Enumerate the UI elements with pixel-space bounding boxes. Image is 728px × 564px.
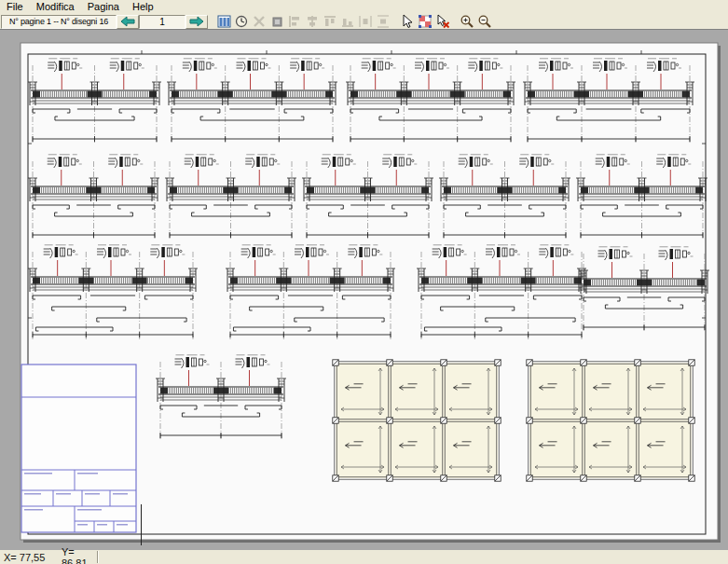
menu-modifica[interactable]: Modifica [30,0,81,14]
distribute-vertical-icon [376,14,391,29]
align-left-button[interactable] [285,14,303,29]
arrow-left-icon [119,16,136,27]
drawing-canvas[interactable] [0,29,728,550]
delete-button[interactable] [250,14,268,29]
move-icon [269,14,284,29]
previous-page-button[interactable] [117,15,139,29]
snap-grid-button[interactable] [416,14,433,29]
align-center-vertical-button[interactable] [303,14,321,29]
distribute-horizontal-button[interactable] [356,14,374,29]
align-top-button[interactable] [321,14,338,29]
cursor-y-coordinate: Y= 86,81 [58,546,95,564]
distribute-horizontal-icon [358,14,373,29]
slab-plan-drawing[interactable] [333,360,501,481]
toolbar: N° pagine 1 -- N° disegni 16 1 [0,14,728,29]
align-bottom-icon [340,14,355,29]
arrow-right-icon [188,16,205,27]
rotate-button[interactable] [232,14,250,29]
status-bar: X= 77,55 Y= 86,81 [0,550,728,564]
next-page-button[interactable] [185,15,208,29]
align-center-vertical-icon [305,14,320,29]
distribute-vertical-button[interactable] [374,14,391,29]
title-block[interactable] [21,365,142,545]
page-layout-icon [216,14,231,29]
move-button[interactable] [268,14,285,29]
delete-icon [252,14,267,29]
toolbar-gap [208,21,214,22]
page-number-field[interactable]: 1 [139,15,185,29]
menu-file[interactable]: File [0,0,30,14]
deselect-icon [435,14,450,29]
menu-bar: File Modifica Pagina Help [0,0,728,14]
align-left-icon [287,14,302,29]
rotate-icon [234,14,249,29]
page-layout-button[interactable] [214,14,232,29]
menu-pagina[interactable]: Pagina [81,0,126,14]
toolbar-gap [391,21,398,22]
statusbar-divider [97,551,99,563]
menu-help[interactable]: Help [126,0,160,14]
align-top-icon [323,14,337,29]
app-window: File Modifica Pagina Help N° pagine 1 --… [0,0,728,564]
cursor-x-coordinate: X= 77,55 [0,552,58,563]
select-button[interactable] [398,14,416,29]
deselect-button[interactable] [433,14,451,29]
zoom-out-icon [477,14,492,29]
align-bottom-button[interactable] [338,14,356,29]
page-info-panel: N° pagine 1 -- N° disegni 16 [1,15,117,29]
slab-plan-drawing[interactable] [527,360,694,481]
snap-grid-icon [418,14,433,29]
zoom-out-button[interactable] [475,14,493,29]
toolbar-gap [451,21,458,22]
select-icon [400,14,415,29]
zoom-in-button[interactable] [458,14,475,29]
zoom-in-icon [460,14,474,29]
drawing-sheet-view [0,30,728,550]
